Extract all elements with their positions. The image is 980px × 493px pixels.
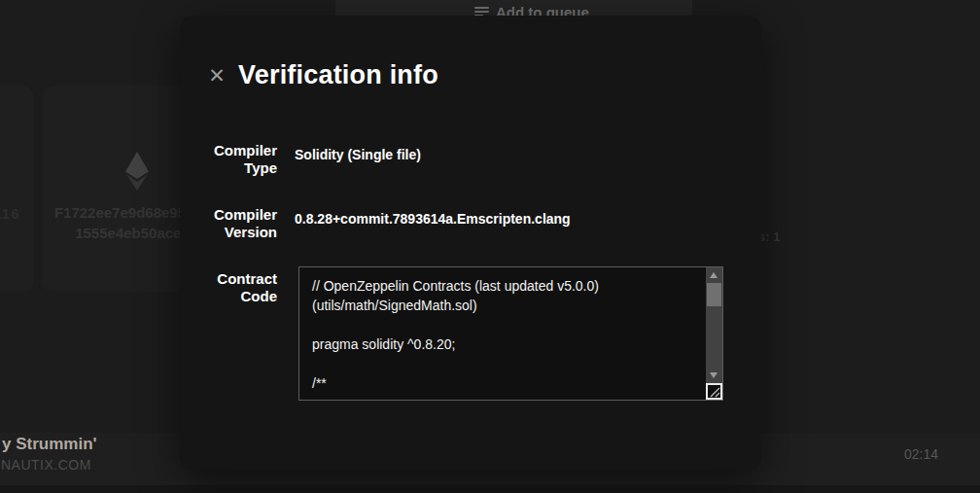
- ethereum-icon: [124, 152, 150, 191]
- close-icon[interactable]: ✕: [205, 64, 228, 88]
- compiler-version-label: Compiler Version: [199, 206, 277, 241]
- track-source: NAUTIX.COM: [1, 457, 91, 473]
- contract-code-textarea[interactable]: // OpenZeppelin Contracts (last updated …: [298, 266, 723, 401]
- compiler-type-value: Solidity (Single file): [295, 147, 421, 162]
- resize-handle-icon[interactable]: [706, 383, 722, 400]
- scroll-up-icon[interactable]: [710, 272, 718, 278]
- verification-info-modal: ✕ Verification info Compiler Type Solidi…: [180, 16, 761, 470]
- scrollbar-thumb[interactable]: [707, 283, 721, 306]
- gallery-card-partial[interactable]: 91116: [0, 86, 34, 292]
- screen: Add to queue 91116 F1722ee7e9d68e95cbb5 …: [0, 0, 980, 493]
- track-title: y Strummin': [2, 435, 97, 454]
- partial-results-text: s: 1: [758, 229, 780, 244]
- contract-code-label: Contract Code: [199, 270, 277, 305]
- track-timestamp: 02:14: [904, 446, 938, 462]
- contract-code-content: // OpenZeppelin Contracts (last updated …: [312, 276, 696, 393]
- modal-title: Verification info: [238, 60, 438, 90]
- compiler-version-value: 0.8.28+commit.7893614a.Emscripten.clang: [295, 211, 571, 227]
- scrollbar[interactable]: [706, 267, 722, 383]
- card-id-text: 91116: [0, 205, 27, 222]
- scroll-down-icon[interactable]: [710, 372, 718, 378]
- compiler-type-label: Compiler Type: [199, 142, 277, 177]
- bottom-strip: [0, 485, 980, 493]
